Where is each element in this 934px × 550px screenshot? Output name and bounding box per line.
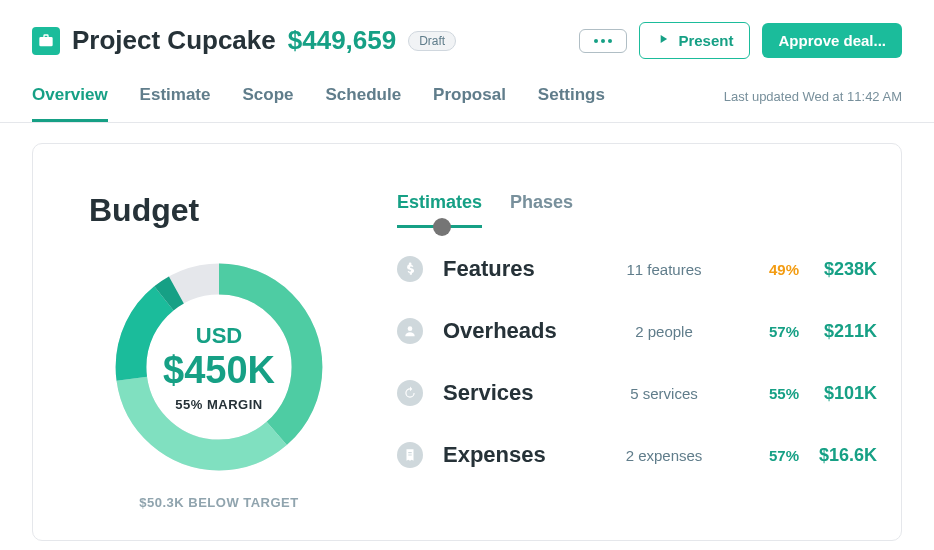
status-badge: Draft — [408, 31, 456, 51]
dollar-wrench-icon — [397, 256, 423, 282]
tab-overview[interactable]: Overview — [32, 85, 108, 122]
subtab-phases[interactable]: Phases — [510, 192, 573, 228]
ellipsis-icon — [594, 39, 612, 43]
svg-point-5 — [408, 326, 413, 331]
line-item-pct: 55% — [739, 385, 799, 402]
line-item-pct: 57% — [739, 323, 799, 340]
line-item-pct: 57% — [739, 447, 799, 464]
line-item-label: Expenses — [443, 442, 589, 468]
line-item-overheads[interactable]: Overheads 2 people 57% $211K — [397, 318, 877, 344]
budget-donut-chart: USD $450K 55% MARGIN — [109, 257, 329, 477]
line-item-amount: $101K — [819, 383, 877, 404]
approve-label: Approve deal... — [778, 32, 886, 49]
line-item-services[interactable]: Services 5 services 55% $101K — [397, 380, 877, 406]
line-item-expenses[interactable]: Expenses 2 expenses 57% $16.6K — [397, 442, 877, 468]
approve-deal-button[interactable]: Approve deal... — [762, 23, 902, 58]
line-item-count: 5 services — [609, 385, 719, 402]
budget-card: Budget USD $450K 55% MARGIN — [32, 143, 902, 541]
project-icon — [32, 27, 60, 55]
more-actions-button[interactable] — [579, 29, 627, 53]
tab-estimate[interactable]: Estimate — [140, 85, 211, 122]
line-item-count: 2 people — [609, 323, 719, 340]
play-icon — [656, 32, 670, 49]
donut-currency: USD — [196, 323, 242, 349]
project-title: Project Cupcake — [72, 25, 276, 56]
last-updated: Last updated Wed at 11:42 AM — [724, 89, 902, 118]
tab-settings[interactable]: Settings — [538, 85, 605, 122]
below-target-label: $50.3K BELOW TARGET — [89, 495, 349, 510]
dollar-person-icon — [397, 318, 423, 344]
line-item-label: Overheads — [443, 318, 589, 344]
dollar-refresh-icon — [397, 380, 423, 406]
project-amount: $449,659 — [288, 25, 396, 56]
line-item-pct: 49% — [739, 261, 799, 278]
line-item-label: Features — [443, 256, 589, 282]
dollar-receipt-icon — [397, 442, 423, 468]
subtab-slider-handle[interactable] — [433, 218, 451, 236]
donut-amount: $450K — [163, 351, 275, 389]
line-item-features[interactable]: Features 11 features 49% $238K — [397, 256, 877, 282]
donut-margin: 55% MARGIN — [175, 397, 262, 412]
tab-scope[interactable]: Scope — [242, 85, 293, 122]
present-button[interactable]: Present — [639, 22, 750, 59]
main-tabs: Overview Estimate Scope Schedule Proposa… — [32, 85, 605, 122]
tab-schedule[interactable]: Schedule — [326, 85, 402, 122]
line-item-amount: $211K — [819, 321, 877, 342]
tab-proposal[interactable]: Proposal — [433, 85, 506, 122]
line-item-label: Services — [443, 380, 589, 406]
line-item-count: 2 expenses — [609, 447, 719, 464]
line-item-count: 11 features — [609, 261, 719, 278]
line-item-amount: $238K — [819, 259, 877, 280]
budget-subtabs: Estimates Phases — [397, 192, 877, 228]
budget-title: Budget — [89, 192, 349, 229]
present-label: Present — [678, 32, 733, 49]
line-item-amount: $16.6K — [819, 445, 877, 466]
